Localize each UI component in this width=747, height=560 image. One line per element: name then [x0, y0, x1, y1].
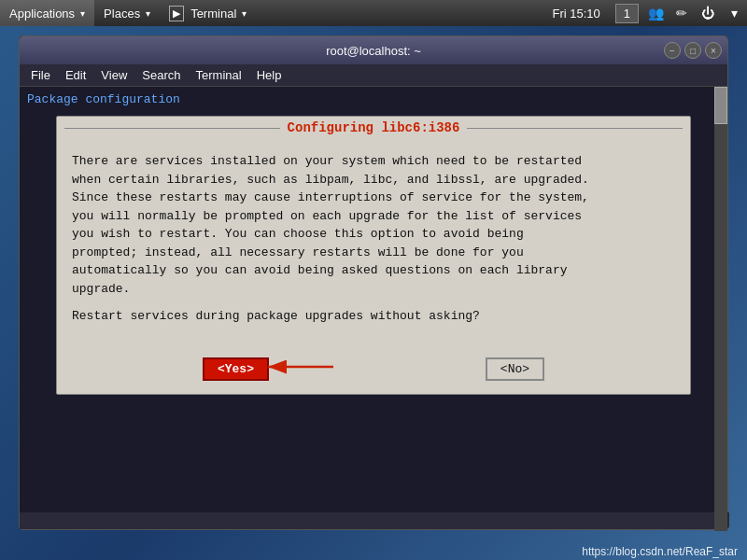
places-label: Places	[104, 7, 140, 21]
power-chevron[interactable]: ▾	[721, 0, 747, 26]
dialog-buttons: <Yes> <No>	[57, 348, 690, 394]
terminal-menu[interactable]: ▶ Terminal ▾	[160, 0, 256, 26]
close-button[interactable]: ×	[705, 42, 722, 59]
taskbar: Applications ▾ Places ▾ ▶ Terminal ▾ Fri…	[0, 0, 747, 26]
bottom-strip	[20, 512, 729, 529]
terminal-chevron: ▾	[242, 8, 247, 19]
terminal-titlebar: root@localhost: ~ − □ ×	[20, 36, 727, 64]
maximize-button[interactable]: □	[684, 42, 701, 59]
body-line4: you will normally be prompted on each up…	[72, 209, 582, 223]
body-line6: prompted; instead, all necessary restart…	[72, 245, 524, 259]
dialog-body: There are services installed on your sys…	[57, 139, 690, 348]
menu-file[interactable]: File	[23, 64, 58, 87]
dialog-body-para1: There are services installed on your sys…	[72, 152, 675, 298]
places-chevron: ▾	[146, 8, 150, 19]
users-icon[interactable]: 👥	[642, 0, 669, 26]
arrow-annotation	[259, 350, 343, 384]
terminal-window: root@localhost: ~ − □ × File Edit View S…	[19, 35, 728, 530]
settings-icon[interactable]: ✏	[669, 0, 695, 26]
menu-view[interactable]: View	[93, 64, 134, 87]
desktop: root@localhost: ~ − □ × File Edit View S…	[0, 26, 747, 560]
menu-help[interactable]: Help	[249, 64, 289, 87]
body-line2: when certain libraries, such as libpam, …	[72, 173, 589, 187]
no-button[interactable]: <No>	[486, 357, 544, 381]
terminal-menubar: File Edit View Search Terminal Help	[20, 64, 727, 87]
applications-menu[interactable]: Applications ▾	[0, 0, 94, 26]
terminal-label: Terminal	[190, 7, 236, 21]
menu-edit[interactable]: Edit	[58, 64, 93, 87]
workspace-badge[interactable]: 1	[615, 4, 639, 23]
dialog-title: Configuring libc6:i386	[288, 120, 460, 135]
power-icon[interactable]: ⏻	[695, 0, 721, 26]
scrollbar-thumb[interactable]	[714, 87, 727, 124]
body-line7: automatically so you can avoid being ask…	[72, 263, 568, 277]
window-controls: − □ ×	[664, 42, 722, 59]
menu-search[interactable]: Search	[134, 64, 188, 87]
minimize-button[interactable]: −	[664, 42, 681, 59]
terminal-content: Package configuration Configuring libc6:…	[20, 87, 727, 529]
dialog-title-line-right	[467, 128, 683, 129]
scrollbar[interactable]	[714, 87, 727, 531]
places-menu[interactable]: Places ▾	[94, 0, 160, 26]
body-line3: Since these restarts may cause interrupt…	[72, 190, 589, 204]
clock: Fri 15:10	[541, 7, 611, 21]
body-line8: upgrade.	[72, 282, 130, 296]
dialog-titlebar: Configuring libc6:i386	[57, 117, 690, 139]
applications-label: Applications	[9, 7, 75, 21]
body-line1: There are services installed on your sys…	[72, 154, 582, 168]
taskbar-right-area: 1 👥 ✏ ⏻ ▾	[612, 0, 747, 26]
terminal-icon: ▶	[169, 6, 184, 21]
body-line5: you wish to restart. You can choose this…	[72, 227, 524, 241]
dialog-box: Configuring libc6:i386 There are service…	[56, 116, 691, 395]
dialog-title-line-left	[64, 128, 280, 129]
menu-terminal[interactable]: Terminal	[189, 64, 249, 87]
dialog-question: Restart services during package upgrades…	[72, 307, 675, 326]
url-bar: https://blog.csdn.net/ReaF_star	[582, 545, 738, 558]
terminal-title: root@localhost: ~	[326, 44, 421, 58]
pkg-config-label: Package configuration	[27, 92, 720, 106]
applications-chevron: ▾	[80, 8, 85, 19]
